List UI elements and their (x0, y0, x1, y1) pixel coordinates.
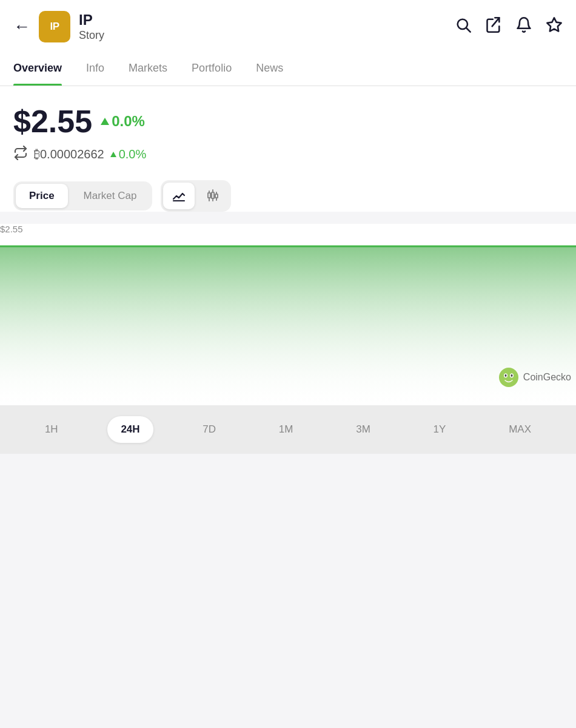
chart-controls: Price Market Cap (13, 180, 563, 212)
time-3m-button[interactable]: 3M (343, 416, 384, 443)
star-icon[interactable] (546, 16, 563, 38)
chart-area: $2.55 (0, 224, 576, 405)
header-left: ← IP IP Story (13, 11, 104, 42)
price-btc: ₿0.00002662 (34, 147, 104, 161)
btc-up-arrow-icon (110, 152, 116, 157)
main-content: $2.55 0.0% ₿0.00002662 0.0% Price Market… (0, 86, 576, 212)
tab-info[interactable]: Info (86, 51, 104, 86)
price-usd: $2.55 (13, 103, 92, 140)
coingecko-label: CoinGecko (523, 372, 571, 383)
svg-point-18 (511, 374, 512, 377)
svg-marker-3 (547, 18, 561, 31)
coin-ticker: IP (79, 12, 104, 29)
btc-change-pct: 0.0% (119, 147, 147, 161)
tabs-bar: Overview Info Markets Portfolio News (0, 51, 576, 86)
market-cap-button[interactable]: Market Cap (70, 184, 150, 208)
bell-icon[interactable] (515, 16, 532, 38)
tab-news[interactable]: News (256, 51, 283, 86)
share-icon[interactable] (485, 16, 502, 38)
tab-overview[interactable]: Overview (13, 51, 62, 86)
chart-view-group (161, 180, 231, 212)
time-1m-button[interactable]: 1M (266, 416, 307, 443)
time-1h-button[interactable]: 1H (32, 416, 72, 443)
tab-markets[interactable]: Markets (129, 51, 167, 86)
price-row: $2.55 0.0% (13, 103, 563, 140)
price-change-pct: 0.0% (112, 113, 145, 130)
swap-icon (13, 146, 28, 163)
svg-point-14 (500, 368, 518, 386)
up-arrow-icon (101, 118, 109, 125)
chart-svg-wrap: CoinGecko (0, 235, 576, 405)
chart-price-label: $2.55 (0, 224, 576, 234)
svg-line-1 (466, 28, 470, 32)
time-7d-button[interactable]: 7D (189, 416, 229, 443)
svg-point-17 (504, 374, 506, 377)
header-right (455, 16, 563, 38)
time-range-bar: 1H 24H 7D 1M 3M 1Y MAX (0, 405, 576, 454)
price-change-badge: 0.0% (101, 113, 145, 130)
time-1y-button[interactable]: 1Y (420, 416, 460, 443)
candle-chart-button[interactable] (197, 183, 229, 209)
time-max-button[interactable]: MAX (495, 416, 544, 443)
price-button[interactable]: Price (16, 184, 68, 208)
btc-change: 0.0% (110, 147, 147, 161)
coingecko-badge: CoinGecko (499, 368, 571, 387)
time-24h-button[interactable]: 24H (107, 416, 153, 443)
btc-row: ₿0.00002662 0.0% (13, 146, 563, 163)
coin-name: Story (79, 29, 104, 42)
line-chart-button[interactable] (163, 183, 195, 209)
price-marketcap-group: Price Market Cap (13, 181, 152, 211)
back-button[interactable]: ← (13, 18, 30, 35)
coingecko-logo (499, 368, 518, 387)
coin-title: IP Story (79, 12, 104, 42)
svg-rect-6 (208, 193, 210, 198)
svg-rect-9 (212, 192, 214, 198)
header: ← IP IP Story (0, 0, 576, 51)
page-bottom-spacer (0, 454, 576, 575)
coin-logo: IP (39, 11, 70, 42)
search-icon[interactable] (455, 16, 472, 38)
tab-portfolio[interactable]: Portfolio (192, 51, 232, 86)
